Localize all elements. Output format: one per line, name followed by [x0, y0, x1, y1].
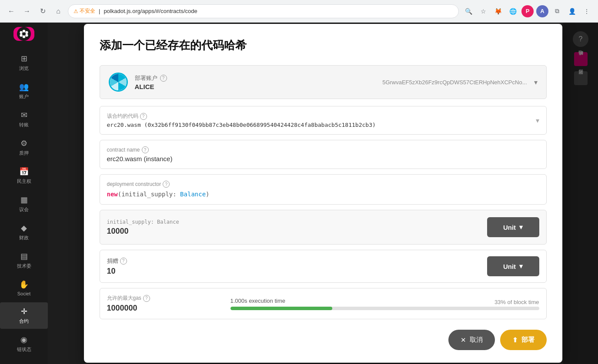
- sidebar-item-transactions[interactable]: ↻ 交易: [0, 359, 48, 364]
- donation-unit-dropdown-icon: ▾: [519, 262, 523, 270]
- account-section: 部署账户 ? ALICE 5GrwvaEF5zXb26Fz9rcQpDWS57C…: [100, 65, 547, 99]
- extensions-icon[interactable]: ⧉: [551, 5, 563, 17]
- supply-label: initial_supply: Balance: [107, 219, 480, 225]
- user-avatar-icon[interactable]: 👤: [566, 5, 578, 17]
- svg-point-4: [25, 31, 28, 34]
- sidebar-item-browse[interactable]: ⊞ 浏览: [0, 50, 48, 76]
- gas-execution-time: 1.000s execution time: [231, 298, 285, 304]
- gas-value: 1000000: [107, 304, 220, 313]
- sidebar: ⊞ 浏览 👥 账户 ✉ 转账 ⚙ 质押 📅 民主权 ▦ 议会 ◆ 财政 ▤: [0, 23, 48, 364]
- supply-input-area: initial_supply: Balance 10000: [107, 219, 480, 236]
- gas-help-icon[interactable]: ?: [143, 295, 150, 302]
- sidebar-item-label-browse: 浏览: [19, 65, 29, 72]
- account-dropdown-arrow[interactable]: ▾: [534, 78, 538, 86]
- code-hash-help-icon[interactable]: ?: [140, 113, 147, 120]
- constructor-label: deployment constructor ?: [107, 181, 539, 188]
- app-layout: ⊞ 浏览 👥 账户 ✉ 转账 ⚙ 质押 📅 民主权 ▦ 议会 ◆ 财政 ▤: [0, 23, 598, 364]
- constructor-param-before: (: [118, 191, 121, 198]
- cancel-label: 取消: [470, 336, 483, 344]
- sidebar-item-staking[interactable]: ⚙ 质押: [0, 134, 48, 161]
- url-text: polkadot.js.org/apps/#/contracts/code: [104, 8, 197, 14]
- contract-name-help-icon[interactable]: ?: [142, 146, 149, 153]
- account-avatar: [109, 73, 128, 92]
- account-address: 5GrwvaEF5zXb26Fz9rcQpDWS57CtERHpNehXCPcN…: [382, 79, 527, 86]
- home-button[interactable]: ⌂: [52, 5, 64, 17]
- sidebar-item-label-staking: 质押: [19, 150, 29, 156]
- gas-progress-bar-fill: [231, 307, 332, 310]
- sidebar-item-transfer[interactable]: ✉ 转账: [0, 106, 48, 132]
- menu-icon[interactable]: ⋮: [581, 5, 593, 17]
- transfer-icon: ✉: [21, 110, 27, 120]
- sidebar-item-council[interactable]: ▦ 议会: [0, 191, 48, 217]
- security-warning: ⚠ 不安全: [73, 7, 95, 15]
- accounts-icon: 👥: [19, 82, 29, 92]
- profile-p-icon[interactable]: P: [521, 5, 534, 17]
- modal-title: 添加一个已经存在的代码哈希: [100, 38, 547, 53]
- profile-a-icon[interactable]: A: [536, 5, 548, 17]
- reload-button[interactable]: ↻: [37, 5, 49, 17]
- svg-point-5: [20, 34, 22, 36]
- constructor-param-name: initial_supply:: [121, 191, 180, 198]
- cancel-button[interactable]: ✕ 取消: [448, 330, 495, 350]
- democracy-icon: 📅: [19, 167, 29, 176]
- deploy-label: 部署: [521, 336, 535, 344]
- supply-unit-dropdown-icon: ▾: [519, 223, 523, 231]
- address-bar[interactable]: ⚠ 不安全 | polkadot.js.org/apps/#/contracts…: [68, 4, 459, 18]
- sidebar-item-accounts[interactable]: 👥 账户: [0, 78, 48, 104]
- gas-label: 允许的最大gas ?: [107, 295, 220, 302]
- bookmark-icon[interactable]: ☆: [477, 5, 489, 17]
- extension-fox-icon[interactable]: 🦊: [492, 5, 504, 17]
- sidebar-item-society[interactable]: ✋ Societ: [0, 275, 48, 301]
- techcomm-icon: ▤: [20, 251, 28, 261]
- content-area: ? 码哈希 部署 添加一个已经存在的代码哈希 部署账户 ? ALICE: [48, 23, 598, 364]
- donation-value: 10: [107, 267, 480, 276]
- constructor-value: new(initial_supply: Balance): [107, 190, 539, 198]
- treasury-icon: ◆: [21, 223, 27, 233]
- deploy-button[interactable]: ⬆ 部署: [500, 330, 547, 350]
- sidebar-item-chainstate[interactable]: ◉ 链状态: [0, 331, 48, 357]
- donation-unit-button[interactable]: Unit ▾: [487, 256, 539, 276]
- sidebar-item-label-techcomm: 技术委: [17, 263, 31, 269]
- contracts-icon: ✛: [21, 307, 27, 316]
- donation-label: 捐赠 ?: [107, 257, 480, 265]
- gas-progress-bar-bg: [231, 307, 539, 310]
- gas-block-percent: 33% of block time: [494, 299, 539, 305]
- account-identicon: [110, 74, 127, 90]
- browse-icon: ⊞: [21, 54, 27, 63]
- sidebar-item-treasury[interactable]: ◆ 财政: [0, 219, 48, 245]
- url-separator: |: [99, 8, 100, 14]
- account-help-icon[interactable]: ?: [160, 75, 167, 82]
- action-buttons: ✕ 取消 ⬆ 部署: [100, 330, 547, 350]
- browser-chrome: ← → ↻ ⌂ ⚠ 不安全 | polkadot.js.org/apps/#/c…: [0, 0, 598, 23]
- council-icon: ▦: [20, 195, 28, 205]
- search-icon[interactable]: 🔍: [462, 5, 474, 17]
- contract-name-value: erc20.wasm (instance): [107, 155, 539, 162]
- sidebar-item-democracy[interactable]: 📅 民主权: [0, 162, 48, 189]
- contract-name-label: contract name ?: [107, 146, 539, 153]
- code-hash-field: 该合约的代码 ? erc20.wasm (0x32b6ff9130f049bb8…: [100, 106, 547, 135]
- account-name: ALICE: [135, 83, 376, 90]
- sidebar-item-contracts[interactable]: ✛ 合约: [0, 302, 48, 329]
- sidebar-item-label-contracts: 合约: [19, 318, 29, 324]
- svg-point-3: [20, 31, 22, 34]
- forward-button[interactable]: →: [21, 5, 33, 17]
- supply-value: 10000: [107, 227, 480, 236]
- donation-help-icon[interactable]: ?: [120, 258, 127, 265]
- constructor-param-type: Balance: [180, 191, 206, 198]
- sidebar-item-techcomm[interactable]: ▤ 技术委: [0, 247, 48, 274]
- sidebar-item-label-accounts: 账户: [19, 93, 29, 100]
- contract-name-field: contract name ? erc20.wasm (instance): [100, 140, 547, 169]
- constructor-help-icon[interactable]: ?: [163, 181, 170, 188]
- account-info: 部署账户 ? ALICE: [135, 74, 376, 90]
- supply-unit-button[interactable]: Unit ▾: [487, 217, 539, 237]
- supply-row: initial_supply: Balance 10000 Unit ▾: [100, 210, 547, 245]
- code-hash-dropdown-arrow[interactable]: ▾: [536, 116, 539, 125]
- society-icon: ✋: [19, 280, 29, 289]
- polkadot-logo[interactable]: [13, 27, 34, 41]
- globe-icon[interactable]: 🌐: [507, 5, 519, 17]
- sidebar-item-label-council: 议会: [19, 206, 29, 213]
- code-hash-label: 该合约的代码 ?: [107, 113, 536, 120]
- back-button[interactable]: ←: [5, 5, 17, 17]
- constructor-param-after: ): [206, 191, 209, 198]
- cancel-x-icon: ✕: [461, 336, 466, 344]
